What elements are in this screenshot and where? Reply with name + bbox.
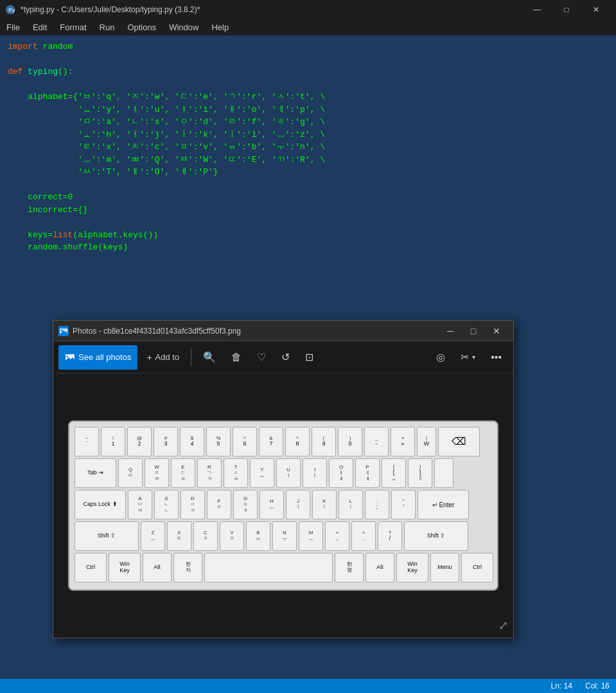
- key-rbracket[interactable]: }]ㅔ: [408, 458, 432, 488]
- key-v[interactable]: Vㅍ: [220, 521, 244, 551]
- key-h[interactable]: Hㅗ: [260, 490, 284, 519]
- key-1[interactable]: !1: [101, 427, 125, 456]
- delete-button[interactable]: 🗑: [225, 345, 248, 370]
- key-5[interactable]: %5: [206, 427, 231, 456]
- title-bar: Py *typing.py - C:/Users/Julie/Desktop/t…: [0, 0, 616, 19]
- key-k[interactable]: Kㅏ: [312, 490, 337, 519]
- photos-toolbar: See all photos + Add to 🔍 🗑 ♡ ↺ ⊡ ◎ ✂ ▾: [53, 341, 513, 374]
- key-2[interactable]: @2: [127, 427, 152, 456]
- python-icon: Py: [5, 4, 15, 15]
- heart-button[interactable]: ♡: [251, 345, 272, 370]
- key-backslash2[interactable]: [434, 458, 453, 488]
- key-alt-right[interactable]: Alt: [365, 553, 394, 582]
- add-to-button[interactable]: + Add to: [140, 345, 186, 370]
- key-win-right[interactable]: WinKey: [396, 553, 428, 582]
- menu-help[interactable]: Help: [205, 19, 235, 35]
- key-7[interactable]: &7: [259, 427, 283, 456]
- zoom-button[interactable]: 🔍: [197, 345, 222, 370]
- key-9[interactable]: (9: [312, 427, 336, 456]
- key-han-yeong[interactable]: 한영: [335, 553, 364, 582]
- key-j[interactable]: Jㅓ: [286, 490, 310, 519]
- see-all-photos-button[interactable]: See all photos: [58, 345, 137, 370]
- key-q[interactable]: Qㅂ: [118, 458, 143, 488]
- key-c[interactable]: Cㅊ: [193, 521, 218, 551]
- key-gt[interactable]: >.: [351, 521, 376, 551]
- crop-button[interactable]: ⊡: [299, 345, 320, 370]
- key-8[interactable]: *8: [285, 427, 310, 456]
- key-lbracket[interactable]: {[ㅛ: [382, 458, 406, 488]
- photos-content: ~` !1 @2 #3 $4 %5 ^6 &7 *8 (9 )0 _- += |…: [53, 374, 513, 638]
- key-han[interactable]: 한자: [173, 553, 202, 582]
- enhance-icon: ◎: [436, 351, 445, 363]
- photos-minimize-button[interactable]: ─: [439, 322, 462, 340]
- code-line-1: import random: [8, 40, 608, 53]
- key-t[interactable]: Tㅅㅆ: [224, 458, 248, 488]
- key-l[interactable]: Lㅣ: [339, 490, 363, 519]
- minimize-button[interactable]: —: [522, 0, 552, 19]
- key-f[interactable]: Fㄹ: [207, 490, 231, 519]
- key-slash[interactable]: ?/: [378, 521, 402, 551]
- key-b[interactable]: Bㅠ: [246, 521, 270, 551]
- key-ctrl-right[interactable]: Ctrl: [461, 553, 493, 582]
- key-n[interactable]: Nㅜ: [272, 521, 297, 551]
- key-enter[interactable]: ↵ Enter: [418, 490, 469, 519]
- menu-window[interactable]: Window: [163, 19, 205, 35]
- key-d[interactable]: Dㅇㅇ: [180, 490, 205, 519]
- key-x[interactable]: Xㅌ: [167, 521, 191, 551]
- menu-run[interactable]: Run: [93, 19, 121, 35]
- key-quote[interactable]: "': [391, 490, 416, 519]
- key-p[interactable]: Pㅔㅖ: [355, 458, 380, 488]
- key-shift-left[interactable]: Shift ⇧: [75, 521, 139, 551]
- key-3[interactable]: #3: [154, 427, 178, 456]
- key-alt-left[interactable]: Alt: [143, 553, 172, 582]
- key-a[interactable]: Aㅁㅁ: [128, 490, 152, 519]
- key-minus[interactable]: _-: [364, 427, 389, 456]
- key-menu[interactable]: Menu: [430, 553, 459, 582]
- key-ctrl-left[interactable]: Ctrl: [75, 553, 107, 582]
- close-button[interactable]: ✕: [581, 0, 611, 19]
- code-editor[interactable]: import random def typing(): alphabet={'ㅂ…: [0, 35, 616, 338]
- key-z[interactable]: Zㅡ: [141, 521, 165, 551]
- rotate-button[interactable]: ↺: [275, 345, 296, 370]
- key-space[interactable]: [204, 553, 333, 582]
- key-shift-right[interactable]: Shift ⇧: [404, 521, 468, 551]
- key-y[interactable]: Yㅛ: [250, 458, 274, 488]
- key-0[interactable]: )0: [338, 427, 362, 456]
- key-e[interactable]: Eㄷㄸ: [171, 458, 195, 488]
- key-m[interactable]: Mㅡ: [299, 521, 323, 551]
- photos-close-button[interactable]: ✕: [485, 322, 508, 340]
- maximize-button[interactable]: □: [552, 0, 581, 19]
- key-win-left[interactable]: WinKey: [109, 553, 141, 582]
- key-4[interactable]: $4: [180, 427, 204, 456]
- key-r[interactable]: Rㄱㄲ: [197, 458, 222, 488]
- key-capslock[interactable]: Caps Lock ⬆: [75, 490, 126, 519]
- key-w[interactable]: Wㅈㅉ: [145, 458, 169, 488]
- key-u[interactable]: Uㅕ: [276, 458, 301, 488]
- key-pipe[interactable]: |W: [417, 427, 436, 456]
- menu-edit[interactable]: Edit: [26, 19, 53, 35]
- key-tilde[interactable]: ~`: [75, 427, 99, 456]
- keyboard-row-3: Caps Lock ⬆ Aㅁㅁ Sㄴㄴ Dㅇㅇ Fㄹ Gㅎㅎ Hㅗ Jㅓ Kㅏ …: [75, 490, 492, 519]
- menu-format[interactable]: Format: [53, 19, 92, 35]
- key-equals[interactable]: +=: [391, 427, 415, 456]
- more-button[interactable]: •••: [484, 345, 508, 370]
- key-lt[interactable]: <,: [325, 521, 349, 551]
- key-semicolon[interactable]: :;: [365, 490, 389, 519]
- key-o[interactable]: Oㅐㅒ: [329, 458, 353, 488]
- svg-point-4: [61, 329, 63, 331]
- menu-options[interactable]: Options: [121, 19, 163, 35]
- key-s[interactable]: Sㄴㄴ: [154, 490, 179, 519]
- enhance-button[interactable]: ◎: [430, 345, 452, 370]
- menu-file[interactable]: File: [0, 19, 26, 35]
- code-line-6: 'ㅛ':'y', 'ㅕ':'u', 'ㅑ':'i', 'ㅐ':'o', 'ㅔ':…: [8, 104, 608, 116]
- key-tab[interactable]: Tab ⇥: [75, 458, 116, 488]
- photos-maximize-button[interactable]: □: [462, 322, 485, 340]
- photos-window: Photos - cb8e1ce4f4331d0143afc3df5cff50f…: [53, 320, 514, 638]
- code-line-15: [8, 216, 608, 229]
- key-g[interactable]: Gㅎㅎ: [233, 490, 258, 519]
- key-6[interactable]: ^6: [233, 427, 257, 456]
- expand-icon[interactable]: ⤢: [498, 618, 508, 633]
- key-i[interactable]: Iㅑ: [303, 458, 327, 488]
- key-backspace[interactable]: ⌫: [438, 427, 480, 456]
- edit-button[interactable]: ✂ ▾: [454, 345, 482, 370]
